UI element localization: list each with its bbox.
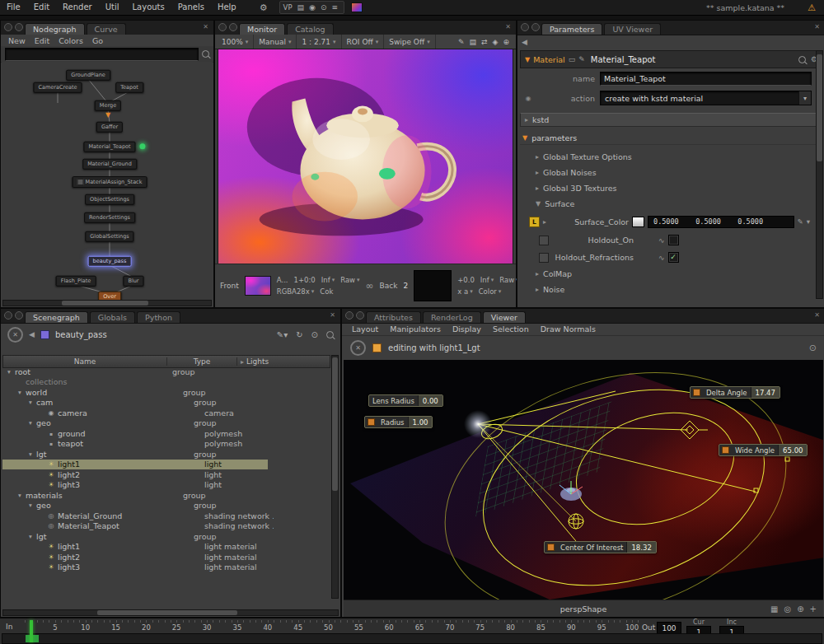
- scenegraph-row-material-teapot[interactable]: ◎Material_Teapotshading network ...: [2, 521, 330, 532]
- tab-uv-viewer[interactable]: UV Viewer: [604, 23, 661, 35]
- alert-icon[interactable]: ⚠: [804, 2, 819, 13]
- graph-node-flash-plate[interactable]: Flash_Plate: [56, 276, 96, 287]
- viewport-3d[interactable]: Lens Radius0.00Radius1.00Delta Angle17.4…: [344, 360, 823, 600]
- scenegraph-row-light3[interactable]: ☀light3light material: [2, 562, 330, 573]
- tab-scenegraph[interactable]: Scenegraph: [25, 311, 88, 323]
- tab-python[interactable]: Python: [137, 311, 180, 323]
- timeline-ruler[interactable]: In 5101520253035404550556065707580859095…: [0, 620, 824, 632]
- front-buffer-setting[interactable]: RGBA28x▾: [277, 287, 315, 296]
- tab-globals[interactable]: Globals: [90, 311, 135, 323]
- link-buffers-icon[interactable]: ∞: [366, 280, 374, 292]
- power-icon[interactable]: ⊙: [809, 343, 817, 353]
- frame-tick[interactable]: 5: [53, 623, 57, 632]
- graph-node-teapot[interactable]: Teapot: [115, 82, 143, 93]
- manipulator-value-delta-angle[interactable]: Delta Angle17.47: [690, 386, 780, 399]
- frame-tick[interactable]: 55: [354, 623, 363, 632]
- viewer-menu-selection[interactable]: Selection: [488, 324, 534, 334]
- graph-node-merge[interactable]: Merge: [95, 100, 121, 111]
- graph-node-blur[interactable]: Blur: [123, 276, 143, 287]
- param-group-surface[interactable]: ▼Surface: [526, 196, 810, 212]
- close-icon[interactable]: ✕: [812, 24, 822, 35]
- expander-icon[interactable]: ▸: [536, 286, 539, 293]
- panel-menu-icon[interactable]: [15, 311, 23, 320]
- action-dropdown[interactable]: create with kstd material ▾: [600, 91, 812, 105]
- frame-tick[interactable]: 70: [445, 623, 454, 632]
- view-flag-icon[interactable]: ▼: [105, 111, 110, 119]
- front-buffer-setting[interactable]: Inf▾: [321, 276, 335, 284]
- checkbox[interactable]: ✓: [668, 252, 679, 263]
- curve-toggle-icon[interactable]: ∿: [658, 236, 665, 245]
- power-icon[interactable]: ⊙: [318, 3, 330, 12]
- frame-tick[interactable]: 20: [142, 623, 151, 632]
- power-icon[interactable]: ⊙: [311, 330, 318, 339]
- frame-tick[interactable]: 35: [233, 623, 242, 632]
- tab-renderlog[interactable]: RenderLog: [423, 311, 481, 323]
- expander-open-icon[interactable]: ▾: [27, 502, 34, 509]
- frame-tick[interactable]: 60: [385, 623, 394, 632]
- panel-pin-icon[interactable]: [218, 23, 227, 31]
- frame-tick[interactable]: 95: [597, 623, 606, 632]
- frame-tick[interactable]: 10: [81, 623, 90, 632]
- parameters-group-bar[interactable]: ▼ parameters: [520, 131, 822, 145]
- nodegraph-menu-edit[interactable]: Edit: [30, 36, 54, 45]
- back-buffer-setting[interactable]: x a▾: [457, 287, 472, 296]
- menu-icon[interactable]: ≡: [329, 3, 340, 12]
- clear-scenegraph-button[interactable]: ✕: [7, 327, 23, 343]
- tab-attributes[interactable]: Attributes: [366, 311, 421, 323]
- scenegraph-row-lgt[interactable]: ▾lgtgroup: [2, 531, 330, 542]
- manipulator-value-radius[interactable]: Radius1.00: [364, 416, 433, 428]
- frame-tick[interactable]: 45: [293, 623, 302, 632]
- node-graph-canvas[interactable]: ▼ GroundPlaneCameraCreateTeapotMergeGaff…: [2, 62, 213, 301]
- manipulator-value-wide-angle[interactable]: Wide Angle65.00: [719, 444, 808, 456]
- node-search-input[interactable]: [5, 48, 199, 61]
- toolbar-100[interactable]: 100%▾: [217, 35, 254, 49]
- horizontal-scrollbar[interactable]: [2, 300, 212, 306]
- locate-icon[interactable]: ⊕: [503, 38, 509, 46]
- expander-icon[interactable]: ▸: [536, 270, 539, 278]
- param-group-global-texture-options[interactable]: ▸Global Texture Options: [526, 149, 810, 165]
- scenegraph-row-light1[interactable]: ☀light1light: [2, 460, 330, 470]
- frame-icon[interactable]: ▦: [770, 604, 778, 614]
- panel-menu-icon[interactable]: [229, 23, 237, 31]
- viewer-menu-manipulators[interactable]: Manipulators: [385, 324, 446, 334]
- scrollbar-thumb[interactable]: [817, 54, 822, 161]
- menu-help[interactable]: Help: [211, 0, 243, 15]
- gear-icon[interactable]: ⚙: [256, 2, 271, 13]
- tab-monitor[interactable]: Monitor: [239, 23, 285, 35]
- scrollbar-thumb[interactable]: [332, 357, 338, 491]
- tab-catalog[interactable]: Catalog: [287, 23, 333, 35]
- toolbar-roi-off[interactable]: ROI Off▾: [342, 35, 385, 49]
- expander-open-icon[interactable]: ▾: [16, 492, 23, 499]
- tab-viewer[interactable]: Viewer: [483, 311, 526, 323]
- expander-icon[interactable]: ▸: [543, 218, 546, 226]
- color-swatch[interactable]: [632, 217, 644, 227]
- param-group-global-noises[interactable]: ▸Global Noises: [526, 165, 810, 180]
- manipulator-value-lens-radius[interactable]: Lens Radius0.00: [368, 394, 443, 407]
- expander-open-icon[interactable]: ▼: [522, 134, 527, 142]
- expander-icon[interactable]: ▸: [536, 169, 539, 176]
- panel-pin-icon[interactable]: [345, 311, 353, 320]
- frame-tick[interactable]: 50: [324, 623, 333, 632]
- viewer-menu-display[interactable]: Display: [447, 324, 486, 334]
- graph-node-material-teapot[interactable]: Material_Teapot: [83, 142, 135, 152]
- back-icon[interactable]: ◀: [29, 330, 35, 338]
- clear-selection-button[interactable]: ✕: [350, 340, 366, 356]
- nodegraph-menu-colors[interactable]: Colors: [54, 36, 87, 45]
- scrollbar-thumb[interactable]: [97, 610, 238, 615]
- panel-menu-icon[interactable]: [531, 23, 540, 31]
- scenegraph-row-geo[interactable]: ▾geogroup: [2, 501, 330, 511]
- panel-pin-icon[interactable]: [4, 311, 12, 320]
- back-buffer-setting[interactable]: Inf▾: [480, 276, 494, 284]
- nodegraph-menu-go[interactable]: Go: [88, 36, 107, 45]
- shader-badge-icon[interactable]: ▭: [569, 55, 576, 63]
- expander-open-icon[interactable]: ▾: [27, 399, 34, 406]
- snapshot-icon[interactable]: ◉: [307, 3, 318, 12]
- camera-name[interactable]: perspShape: [560, 604, 607, 614]
- column-header-lights[interactable]: ▸ Lights: [237, 357, 330, 366]
- toolbar-manual[interactable]: Manual▾: [254, 35, 297, 49]
- locate-icon[interactable]: ⊕: [797, 604, 803, 614]
- expander-open-icon[interactable]: ▾: [27, 419, 34, 427]
- timeline-range-slider[interactable]: [2, 633, 822, 644]
- graph-node-beauty-pass[interactable]: beauty_pass: [88, 256, 132, 267]
- edit-icon[interactable]: ✎▾: [277, 330, 288, 339]
